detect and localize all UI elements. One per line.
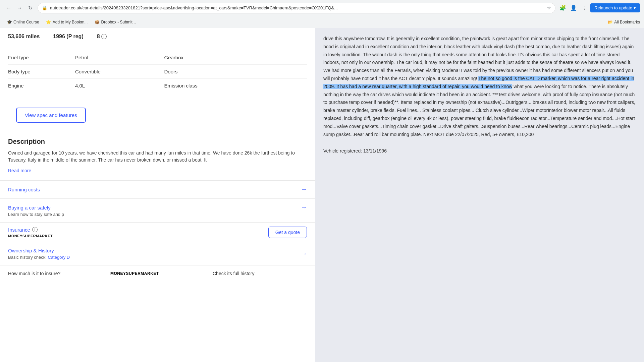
- banner-history-text: Check its full history: [213, 271, 254, 276]
- left-panel: 53,606 miles 1996 (P reg) 8 i Fuel type …: [0, 28, 315, 362]
- profile-button[interactable]: 👤: [569, 3, 578, 13]
- all-bookmarks[interactable]: 📂 All Bookmarks: [608, 20, 640, 24]
- running-costs-label: Running costs: [8, 187, 301, 192]
- category-d-text: Category D: [48, 255, 70, 260]
- browser-action-buttons: 🧩 👤 ⋮ Relaunch to update ▾: [558, 3, 640, 13]
- ownership-row[interactable]: Ownership & History Basic history check:…: [0, 242, 315, 265]
- fuel-type-label: Fuel type: [8, 55, 75, 60]
- right-panel: drive this anywhere tomorrow. It is gene…: [315, 28, 644, 362]
- relaunch-button[interactable]: Relaunch to update ▾: [590, 3, 640, 12]
- bookmark-label: Online Course: [13, 20, 39, 24]
- get-quote-button[interactable]: Get a quote: [268, 227, 307, 238]
- description-section: Description Owned and garaged for 10 yea…: [0, 131, 315, 180]
- banner-msm-logo: MoneySuperMarket: [110, 271, 159, 276]
- spec-row-fuel: Fuel type Petrol Gearbox: [8, 51, 307, 65]
- bookmarks-bar: 🎓 Online Course ⭐ Add to My Bookm... 📦 D…: [0, 16, 644, 28]
- body-type-label: Body type: [8, 69, 75, 74]
- address-bar[interactable]: 🔒 autotrader.co.uk/car-details/202408233…: [38, 3, 555, 13]
- nav-buttons: ← → ↻: [4, 3, 35, 13]
- buying-safely-title: Buying a car safely: [8, 205, 301, 210]
- running-costs-row[interactable]: Running costs →: [0, 180, 315, 198]
- spec-row-engine: Engine 4.0L Emission class: [8, 79, 307, 93]
- extensions-button[interactable]: 🧩: [558, 3, 568, 13]
- back-button[interactable]: ←: [4, 3, 13, 13]
- emission-label: Emission class: [164, 83, 231, 88]
- insurance-title: Insurance i: [8, 227, 268, 233]
- spec-row-body: Body type Convertible Doors: [8, 65, 307, 79]
- dropbox-icon: 📦: [94, 19, 100, 25]
- relaunch-chevron: ▾: [634, 5, 636, 10]
- all-bookmarks-label: All Bookmarks: [614, 20, 640, 24]
- url-text: autotrader.co.uk/car-details/20240823320…: [50, 5, 544, 10]
- bookmark-label: Dropbox - Submit...: [101, 20, 136, 24]
- ownership-col: Ownership & History Basic history check:…: [8, 248, 301, 260]
- right-description: drive this anywhere tomorrow. It is gene…: [323, 35, 636, 138]
- ownership-arrow-icon: →: [301, 250, 307, 257]
- bottom-banner: How much is it to insure? MoneySuperMark…: [0, 265, 315, 282]
- ownership-title: Ownership & History: [8, 248, 301, 253]
- reload-button[interactable]: ↻: [25, 3, 35, 13]
- insurance-row: Insurance i MoneySuperMarket Get a quote: [0, 222, 315, 242]
- add-bookmark-icon: ⭐: [46, 19, 51, 25]
- ownership-subtitle-text: Basic history check:: [8, 255, 47, 260]
- engine-label: Engine: [8, 83, 75, 88]
- relaunch-label: Relaunch to update: [594, 5, 632, 10]
- buying-safely-subtitle: Learn how to stay safe and p: [8, 212, 64, 217]
- bookmark-label: Add to My Bookm...: [53, 20, 88, 24]
- stats-row: 53,606 miles 1996 (P reg) 8 i: [0, 28, 315, 45]
- bookmark-online-course[interactable]: 🎓 Online Course: [4, 18, 42, 26]
- mileage-stat: 53,606 miles: [8, 34, 40, 40]
- description-text: Owned and garaged for 10 years, we have …: [8, 149, 307, 164]
- banner-insurance: How much is it to insure?: [8, 271, 102, 276]
- year-stat: 1996 (P reg): [53, 34, 83, 40]
- read-more-link[interactable]: Read more: [8, 168, 31, 173]
- buying-safely-arrow-icon: →: [301, 204, 307, 211]
- year-value: 1996 (P reg): [53, 34, 83, 40]
- star-icon: ☆: [547, 5, 551, 10]
- ownership-subtitle: Basic history check: Category D: [8, 255, 301, 260]
- all-bookmarks-icon: 📂: [608, 20, 613, 24]
- banner-insurance-text: How much is it to insure?: [8, 271, 60, 276]
- banner-history: Check its full history: [213, 271, 307, 276]
- gearbox-label: Gearbox: [164, 55, 231, 60]
- page-content: 53,606 miles 1996 (P reg) 8 i Fuel type …: [0, 28, 644, 362]
- description-post-highlight: what you were looking for to notice. The…: [323, 84, 635, 137]
- owners-stat: 8 i: [97, 34, 107, 40]
- buying-safely-row[interactable]: Buying a car safely → Learn how to stay …: [0, 198, 315, 222]
- more-button[interactable]: ⋮: [580, 3, 589, 13]
- description-title: Description: [8, 138, 307, 145]
- owners-value: 8: [97, 34, 100, 40]
- view-spec-container: View spec and features: [0, 98, 315, 131]
- body-type-value: Convertible: [75, 69, 151, 74]
- insurance-title-text: Insurance: [8, 227, 30, 233]
- doors-label: Doors: [164, 69, 231, 74]
- description-pre-highlight: drive this anywhere tomorrow. It is gene…: [323, 36, 634, 81]
- insurance-info-icon[interactable]: i: [32, 227, 38, 232]
- banner-msm: MoneySuperMarket: [110, 271, 205, 276]
- owners-info-icon[interactable]: i: [101, 34, 107, 39]
- vehicle-registered: Vehicle registered: 13/11/1996: [323, 144, 636, 154]
- insurance-label-col: Insurance i MoneySuperMarket: [8, 227, 268, 238]
- view-spec-button[interactable]: View spec and features: [16, 108, 86, 123]
- browser-toolbar: ← → ↻ 🔒 autotrader.co.uk/car-details/202…: [0, 0, 644, 16]
- insurance-logo: MoneySuperMarket: [8, 234, 268, 238]
- mileage-value: 53,606 miles: [8, 34, 40, 40]
- engine-value: 4.0L: [75, 83, 151, 88]
- forward-button[interactable]: →: [15, 3, 24, 13]
- online-course-icon: 🎓: [7, 19, 12, 25]
- specs-table: Fuel type Petrol Gearbox Body type Conve…: [0, 45, 315, 98]
- browser-frame: ← → ↻ 🔒 autotrader.co.uk/car-details/202…: [0, 0, 644, 28]
- bookmark-add-bookm[interactable]: ⭐ Add to My Bookm...: [43, 18, 91, 26]
- fuel-type-value: Petrol: [75, 55, 151, 60]
- lock-icon: 🔒: [42, 5, 47, 10]
- bookmark-dropbox[interactable]: 📦 Dropbox - Submit...: [92, 18, 138, 26]
- running-costs-arrow-icon: →: [301, 186, 307, 193]
